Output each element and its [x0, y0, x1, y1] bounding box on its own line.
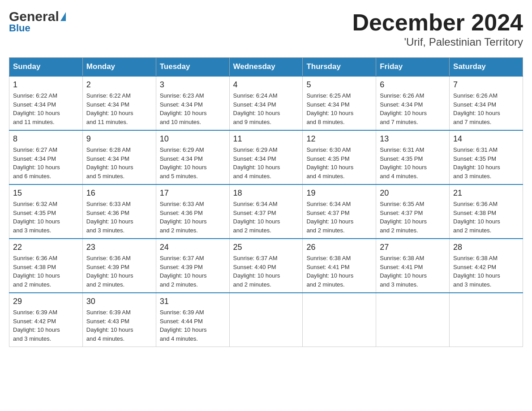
day-number: 7 — [453, 80, 519, 90]
day-info: Sunrise: 6:34 AMSunset: 4:37 PMDaylight:… — [233, 200, 299, 235]
day-info: Sunrise: 6:27 AMSunset: 4:34 PMDaylight:… — [13, 146, 79, 180]
day-info: Sunrise: 6:26 AMSunset: 4:34 PMDaylight:… — [453, 91, 519, 126]
day-info: Sunrise: 6:35 AMSunset: 4:37 PMDaylight:… — [380, 200, 446, 235]
day-number: 14 — [453, 134, 519, 144]
week-row-3: 15Sunrise: 6:32 AMSunset: 4:35 PMDayligh… — [9, 184, 523, 239]
calendar-table: SundayMondayTuesdayWednesdayThursdayFrid… — [9, 57, 523, 347]
logo-blue-text: Blue — [9, 22, 30, 34]
calendar-cell: 27Sunrise: 6:38 AMSunset: 4:41 PMDayligh… — [376, 239, 450, 293]
day-number: 9 — [86, 134, 152, 144]
calendar-cell: 7Sunrise: 6:26 AMSunset: 4:34 PMDaylight… — [450, 76, 523, 130]
calendar-cell: 26Sunrise: 6:38 AMSunset: 4:41 PMDayligh… — [303, 239, 376, 293]
day-number: 29 — [13, 297, 79, 306]
day-info: Sunrise: 6:29 AMSunset: 4:34 PMDaylight:… — [233, 146, 299, 180]
calendar-cell: 13Sunrise: 6:31 AMSunset: 4:35 PMDayligh… — [376, 130, 450, 184]
calendar-cell: 14Sunrise: 6:31 AMSunset: 4:35 PMDayligh… — [450, 130, 523, 184]
day-info: Sunrise: 6:28 AMSunset: 4:34 PMDaylight:… — [86, 146, 152, 180]
logo-arrow-icon — [60, 12, 66, 21]
day-number: 13 — [380, 134, 446, 144]
day-info: Sunrise: 6:26 AMSunset: 4:34 PMDaylight:… — [380, 91, 446, 126]
calendar-cell: 10Sunrise: 6:29 AMSunset: 4:34 PMDayligh… — [156, 130, 229, 184]
calendar-cell — [376, 293, 450, 347]
day-number: 24 — [160, 243, 226, 252]
weekday-header-saturday: Saturday — [450, 58, 523, 77]
day-info: Sunrise: 6:39 AMSunset: 4:43 PMDaylight:… — [86, 308, 152, 343]
calendar-cell: 15Sunrise: 6:32 AMSunset: 4:35 PMDayligh… — [9, 184, 83, 239]
month-title: December 2024 — [352, 9, 523, 36]
day-number: 23 — [86, 243, 152, 252]
week-row-4: 22Sunrise: 6:36 AMSunset: 4:38 PMDayligh… — [9, 239, 523, 293]
day-info: Sunrise: 6:36 AMSunset: 4:38 PMDaylight:… — [13, 254, 79, 289]
calendar-cell — [303, 293, 376, 347]
day-number: 10 — [160, 134, 226, 144]
day-number: 6 — [380, 80, 446, 90]
day-info: Sunrise: 6:22 AMSunset: 4:34 PMDaylight:… — [86, 91, 152, 126]
logo-general-text: General — [9, 9, 59, 24]
calendar-cell: 3Sunrise: 6:23 AMSunset: 4:34 PMDaylight… — [156, 76, 229, 130]
day-info: Sunrise: 6:24 AMSunset: 4:34 PMDaylight:… — [233, 91, 299, 126]
day-number: 22 — [13, 243, 79, 252]
day-info: Sunrise: 6:31 AMSunset: 4:35 PMDaylight:… — [453, 146, 519, 180]
page-header: General Blue December 2024 'Urif, Palest… — [9, 9, 523, 48]
week-row-1: 1Sunrise: 6:22 AMSunset: 4:34 PMDaylight… — [9, 76, 523, 130]
calendar-cell: 30Sunrise: 6:39 AMSunset: 4:43 PMDayligh… — [82, 293, 156, 347]
calendar-cell: 17Sunrise: 6:33 AMSunset: 4:36 PMDayligh… — [156, 184, 229, 239]
calendar-cell: 31Sunrise: 6:39 AMSunset: 4:44 PMDayligh… — [156, 293, 229, 347]
day-info: Sunrise: 6:36 AMSunset: 4:38 PMDaylight:… — [453, 200, 519, 235]
calendar-cell: 6Sunrise: 6:26 AMSunset: 4:34 PMDaylight… — [376, 76, 450, 130]
day-info: Sunrise: 6:38 AMSunset: 4:42 PMDaylight:… — [453, 254, 519, 289]
calendar-cell: 11Sunrise: 6:29 AMSunset: 4:34 PMDayligh… — [229, 130, 303, 184]
day-info: Sunrise: 6:32 AMSunset: 4:35 PMDaylight:… — [13, 200, 79, 235]
calendar-cell: 23Sunrise: 6:36 AMSunset: 4:39 PMDayligh… — [82, 239, 156, 293]
day-info: Sunrise: 6:33 AMSunset: 4:36 PMDaylight:… — [86, 200, 152, 235]
week-row-2: 8Sunrise: 6:27 AMSunset: 4:34 PMDaylight… — [9, 130, 523, 184]
calendar-cell: 18Sunrise: 6:34 AMSunset: 4:37 PMDayligh… — [229, 184, 303, 239]
logo: General Blue — [9, 9, 66, 34]
day-info: Sunrise: 6:23 AMSunset: 4:34 PMDaylight:… — [160, 91, 226, 126]
title-block: December 2024 'Urif, Palestinian Territo… — [352, 9, 523, 48]
calendar-cell — [450, 293, 523, 347]
calendar-cell: 12Sunrise: 6:30 AMSunset: 4:35 PMDayligh… — [303, 130, 376, 184]
day-number: 21 — [453, 188, 519, 198]
day-number: 20 — [380, 188, 446, 198]
calendar-cell — [229, 293, 303, 347]
day-info: Sunrise: 6:31 AMSunset: 4:35 PMDaylight:… — [380, 146, 446, 180]
calendar-cell: 19Sunrise: 6:34 AMSunset: 4:37 PMDayligh… — [303, 184, 376, 239]
day-info: Sunrise: 6:36 AMSunset: 4:39 PMDaylight:… — [86, 254, 152, 289]
week-row-5: 29Sunrise: 6:39 AMSunset: 4:42 PMDayligh… — [9, 293, 523, 347]
calendar-cell: 4Sunrise: 6:24 AMSunset: 4:34 PMDaylight… — [229, 76, 303, 130]
day-number: 16 — [86, 188, 152, 198]
day-info: Sunrise: 6:25 AMSunset: 4:34 PMDaylight:… — [306, 91, 372, 126]
calendar-cell: 20Sunrise: 6:35 AMSunset: 4:37 PMDayligh… — [376, 184, 450, 239]
weekday-header-friday: Friday — [376, 58, 450, 77]
day-number: 4 — [233, 80, 299, 90]
day-number: 19 — [306, 188, 372, 198]
day-number: 27 — [380, 243, 446, 252]
calendar-cell: 25Sunrise: 6:37 AMSunset: 4:40 PMDayligh… — [229, 239, 303, 293]
day-info: Sunrise: 6:34 AMSunset: 4:37 PMDaylight:… — [306, 200, 372, 235]
day-info: Sunrise: 6:22 AMSunset: 4:34 PMDaylight:… — [13, 91, 79, 126]
calendar-cell: 28Sunrise: 6:38 AMSunset: 4:42 PMDayligh… — [450, 239, 523, 293]
day-info: Sunrise: 6:29 AMSunset: 4:34 PMDaylight:… — [160, 146, 226, 180]
day-number: 12 — [306, 134, 372, 144]
day-number: 3 — [160, 80, 226, 90]
day-number: 11 — [233, 134, 299, 144]
day-info: Sunrise: 6:38 AMSunset: 4:41 PMDaylight:… — [306, 254, 372, 289]
calendar-cell: 1Sunrise: 6:22 AMSunset: 4:34 PMDaylight… — [9, 76, 83, 130]
calendar-cell: 5Sunrise: 6:25 AMSunset: 4:34 PMDaylight… — [303, 76, 376, 130]
day-info: Sunrise: 6:37 AMSunset: 4:39 PMDaylight:… — [160, 254, 226, 289]
day-number: 31 — [160, 297, 226, 306]
calendar-cell: 16Sunrise: 6:33 AMSunset: 4:36 PMDayligh… — [82, 184, 156, 239]
calendar-cell: 2Sunrise: 6:22 AMSunset: 4:34 PMDaylight… — [82, 76, 156, 130]
day-number: 25 — [233, 243, 299, 252]
day-number: 26 — [306, 243, 372, 252]
weekday-header-thursday: Thursday — [303, 58, 376, 77]
day-info: Sunrise: 6:33 AMSunset: 4:36 PMDaylight:… — [160, 200, 226, 235]
day-info: Sunrise: 6:39 AMSunset: 4:44 PMDaylight:… — [160, 308, 226, 343]
weekday-header-monday: Monday — [82, 58, 156, 77]
day-number: 5 — [306, 80, 372, 90]
weekday-header-sunday: Sunday — [9, 58, 83, 77]
calendar-cell: 21Sunrise: 6:36 AMSunset: 4:38 PMDayligh… — [450, 184, 523, 239]
day-number: 1 — [13, 80, 79, 90]
calendar-cell: 8Sunrise: 6:27 AMSunset: 4:34 PMDaylight… — [9, 130, 83, 184]
